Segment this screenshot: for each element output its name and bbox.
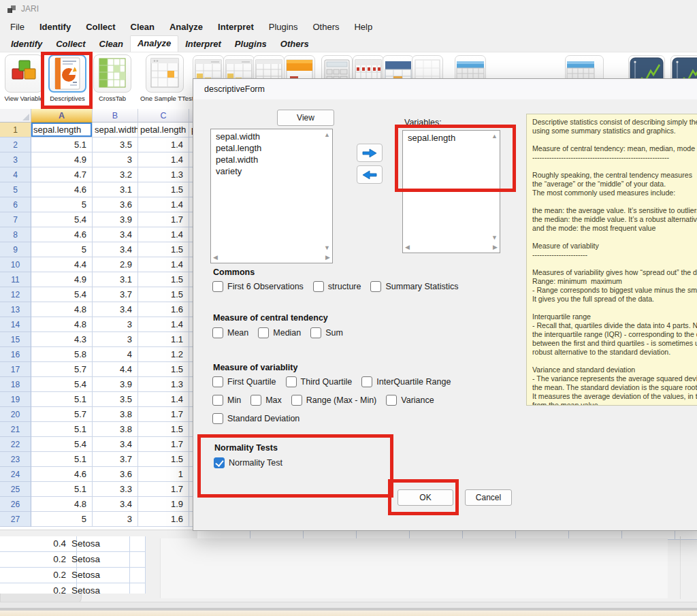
list-item-petal-width[interactable]: petal.width <box>211 154 332 165</box>
cell[interactable]: 1.4 <box>138 137 189 152</box>
cell[interactable]: 4.9 <box>31 272 93 287</box>
cell[interactable]: 1.4 <box>138 257 189 272</box>
ribbon-tab-plugins[interactable]: Plugins <box>228 37 274 52</box>
cell[interactable]: 1.5 <box>138 362 189 377</box>
cell[interactable]: 1.7 <box>138 212 189 227</box>
cell[interactable]: 3.9 <box>93 377 138 392</box>
cell[interactable]: 4.3 <box>31 332 93 347</box>
row-header-24[interactable]: 24 <box>0 467 31 482</box>
cell[interactable]: 1.2 <box>138 347 189 362</box>
cell[interactable]: 1.5 <box>138 422 189 437</box>
cell[interactable]: 3.8 <box>93 407 138 422</box>
cell[interactable]: 1.5 <box>138 242 189 257</box>
scroll-up-icon[interactable]: ▲ <box>324 132 330 138</box>
cell[interactable]: 1.1 <box>138 332 189 347</box>
scroll-left-icon[interactable]: ◀ <box>405 244 410 250</box>
checkbox-unchecked-icon[interactable] <box>212 327 223 338</box>
row-header-16[interactable]: 16 <box>0 347 31 362</box>
row-header-11[interactable]: 11 <box>0 272 31 287</box>
cell[interactable]: 5.1 <box>31 482 93 497</box>
checkbox-mean[interactable]: Mean <box>212 327 248 338</box>
cell[interactable]: 1.4 <box>138 317 189 332</box>
cell[interactable]: 5 <box>31 242 93 257</box>
row-header-10[interactable]: 10 <box>0 257 31 272</box>
menu-item-analyze[interactable]: Analyze <box>162 19 210 35</box>
cell[interactable]: 3.4 <box>93 227 138 242</box>
selected-variables-list[interactable]: ▲ ▼ ◀ ▶ sepal.length <box>402 130 500 253</box>
row-header-4[interactable]: 4 <box>0 167 31 182</box>
row-header-21[interactable]: 21 <box>0 422 31 437</box>
checkbox-first-quartile[interactable]: First Quartile <box>212 376 276 387</box>
cell[interactable]: 3.4 <box>93 437 138 452</box>
checkbox-third-quartile[interactable]: Third Quartile <box>286 376 353 387</box>
checkbox-unchecked-icon[interactable] <box>291 395 302 406</box>
checkbox-unchecked-icon[interactable] <box>212 376 223 387</box>
cell[interactable]: 5.1 <box>31 137 93 152</box>
scroll-right-icon[interactable]: ▶ <box>493 244 498 250</box>
cell[interactable]: 3.5 <box>93 392 138 407</box>
cell[interactable]: 4 <box>93 347 138 362</box>
scroll-left-icon[interactable]: ◀ <box>213 255 218 261</box>
cell[interactable]: 5.1 <box>31 452 93 467</box>
cell[interactable]: 1.9 <box>138 497 189 512</box>
row-header-5[interactable]: 5 <box>0 182 31 197</box>
toolbar-button-one-sample-ttest[interactable]: One Sample TTest <box>140 54 189 102</box>
cell[interactable]: 1.7 <box>138 437 189 452</box>
cell[interactable]: 5.4 <box>31 287 93 302</box>
cell[interactable]: 4.8 <box>31 302 93 317</box>
cell[interactable]: 5.1 <box>31 392 93 407</box>
available-variables-list[interactable]: ▲ ▼ ◀ ▶ sepal.widthpetal.lengthpetal.wid… <box>210 129 333 263</box>
row-header-27[interactable]: 27 <box>0 512 31 527</box>
cell[interactable]: 5.7 <box>31 407 93 422</box>
checkbox-normality-test[interactable]: Normality Test <box>214 457 282 468</box>
checkbox-unchecked-icon[interactable] <box>286 376 297 387</box>
cell[interactable]: 1.7 <box>138 407 189 422</box>
scroll-right-icon[interactable]: ▶ <box>325 255 330 261</box>
checkbox-unchecked-icon[interactable] <box>313 281 324 292</box>
cell[interactable]: petal.length <box>138 123 189 137</box>
checkbox-first-6-observations[interactable]: First 6 Observations <box>212 281 304 292</box>
move-right-button[interactable] <box>357 144 383 162</box>
checkbox-checked-icon[interactable] <box>214 457 225 468</box>
cell[interactable]: 3.7 <box>93 287 138 302</box>
cell[interactable]: 1.4 <box>138 152 189 167</box>
cell[interactable]: 3.1 <box>93 272 138 287</box>
cell[interactable]: 5 <box>31 512 93 527</box>
cell[interactable]: 4.8 <box>31 497 93 512</box>
select-all-corner[interactable] <box>0 109 31 123</box>
toolbar-button-view-variable[interactable]: View Variable <box>4 54 44 102</box>
cell[interactable]: 1.5 <box>138 287 189 302</box>
list-item-sepal-length[interactable]: sepal.length <box>403 132 500 144</box>
checkbox-standard-deviation[interactable]: Standard Deviation <box>212 413 299 424</box>
cell[interactable]: 4.9 <box>31 152 93 167</box>
cell[interactable]: 1.6 <box>138 512 189 527</box>
checkbox-unchecked-icon[interactable] <box>212 281 223 292</box>
cell[interactable]: 2.9 <box>93 257 138 272</box>
ribbon-tab-analyze[interactable]: Analyze <box>130 35 178 52</box>
cell[interactable]: 1 <box>138 467 189 482</box>
cancel-button[interactable]: Cancel <box>465 489 512 506</box>
toolbar-button-descriptives[interactable]: Descriptives <box>48 54 87 102</box>
checkbox-unchecked-icon[interactable] <box>370 281 381 292</box>
checkbox-structure[interactable]: structure <box>313 281 361 292</box>
row-header-15[interactable]: 15 <box>0 332 31 347</box>
menu-item-interpret[interactable]: Interpret <box>210 19 261 35</box>
cell[interactable]: 3.2 <box>93 167 138 182</box>
menu-item-others[interactable]: Others <box>305 19 346 35</box>
column-header-b[interactable]: B <box>93 109 138 123</box>
list-item-petal-length[interactable]: petal.length <box>211 142 332 154</box>
row-header-6[interactable]: 6 <box>0 197 31 212</box>
scroll-down-icon[interactable]: ▼ <box>491 235 498 241</box>
cell[interactable]: 4.6 <box>31 467 93 482</box>
cell[interactable]: 5.4 <box>31 437 93 452</box>
checkbox-unchecked-icon[interactable] <box>386 395 397 406</box>
cell[interactable]: 3 <box>93 317 138 332</box>
menu-item-file[interactable]: File <box>3 19 32 35</box>
cell[interactable]: 1.7 <box>138 482 189 497</box>
row-header-8[interactable]: 8 <box>0 227 31 242</box>
checkbox-min[interactable]: Min <box>212 395 241 406</box>
cell[interactable]: 3 <box>93 512 138 527</box>
cell[interactable]: 5.1 <box>31 422 93 437</box>
view-button[interactable]: View <box>277 110 334 126</box>
row-header-20[interactable]: 20 <box>0 407 31 422</box>
